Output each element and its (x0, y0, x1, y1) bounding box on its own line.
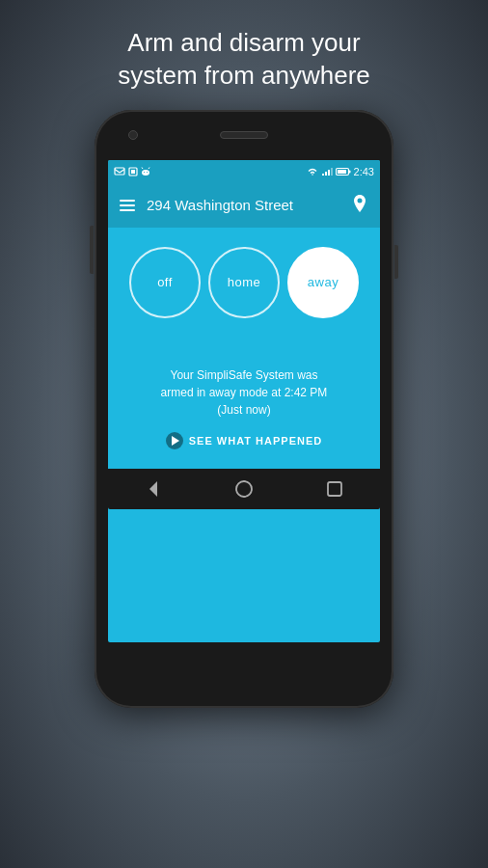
main-content: off home away Your SimpliSafe System was… (108, 228, 380, 469)
svg-line-1 (115, 169, 120, 173)
svg-point-19 (236, 481, 252, 497)
svg-rect-0 (115, 168, 124, 175)
svg-rect-13 (331, 168, 333, 176)
front-camera (128, 130, 138, 140)
status-line2: armed in away mode at 2:42 PM (161, 386, 328, 399)
svg-rect-10 (322, 174, 324, 176)
volume-button (90, 226, 94, 274)
app-bar: 294 Washington Street (108, 183, 380, 228)
svg-rect-15 (338, 170, 346, 174)
nav-bar (108, 469, 380, 509)
see-what-label: SEE WHAT HAPPENED (189, 435, 322, 447)
svg-line-2 (120, 169, 124, 173)
sim-icon (128, 167, 138, 176)
signal-icon (321, 167, 333, 176)
svg-line-6 (142, 167, 143, 169)
phone-screen: 2:43 294 Washington Street off home (108, 160, 380, 642)
back-nav-icon[interactable] (144, 479, 163, 499)
headline: Arm and disarm your system from anywhere (89, 27, 399, 93)
headline-line2: system from anywhere (118, 61, 370, 90)
battery-icon (336, 167, 351, 176)
status-time: 2:43 (354, 166, 374, 177)
status-icons-right: 2:43 (307, 166, 374, 177)
svg-point-5 (142, 170, 149, 176)
svg-rect-20 (328, 482, 341, 496)
phone-shell: 2:43 294 Washington Street off home (95, 110, 393, 708)
svg-rect-16 (348, 170, 350, 173)
svg-rect-12 (328, 170, 330, 176)
home-button[interactable]: home (208, 247, 280, 318)
see-what-happened-button[interactable]: SEE WHAT HAPPENED (166, 432, 322, 449)
off-button[interactable]: off (129, 247, 201, 318)
svg-line-7 (149, 167, 149, 169)
home-nav-icon[interactable] (234, 479, 254, 499)
away-button[interactable]: away (287, 247, 359, 318)
status-bar: 2:43 (108, 160, 380, 183)
arm-buttons-row: off home away (129, 247, 359, 318)
speaker (220, 131, 268, 139)
android-icon (141, 167, 150, 176)
svg-rect-11 (325, 172, 327, 176)
power-button (394, 245, 398, 279)
phone-top (95, 110, 393, 160)
svg-marker-18 (149, 481, 157, 497)
app-title: 294 Washington Street (147, 197, 339, 213)
svg-rect-4 (131, 170, 135, 174)
phone-bottom (95, 642, 393, 692)
svg-point-17 (358, 198, 363, 203)
svg-point-8 (144, 171, 145, 172)
status-icons-left (114, 167, 150, 176)
status-line1: Your SimpliSafe System was (171, 368, 318, 382)
status-line3: (Just now) (217, 403, 270, 417)
menu-icon[interactable] (120, 200, 135, 211)
notification-icon (114, 167, 125, 176)
location-icon[interactable] (351, 195, 368, 216)
recents-nav-icon[interactable] (325, 479, 344, 499)
status-message: Your SimpliSafe System was armed in away… (161, 366, 328, 419)
wifi-icon (307, 167, 318, 176)
play-icon (166, 432, 183, 449)
svg-point-9 (147, 171, 148, 172)
headline-line1: Arm and disarm your (127, 28, 360, 57)
